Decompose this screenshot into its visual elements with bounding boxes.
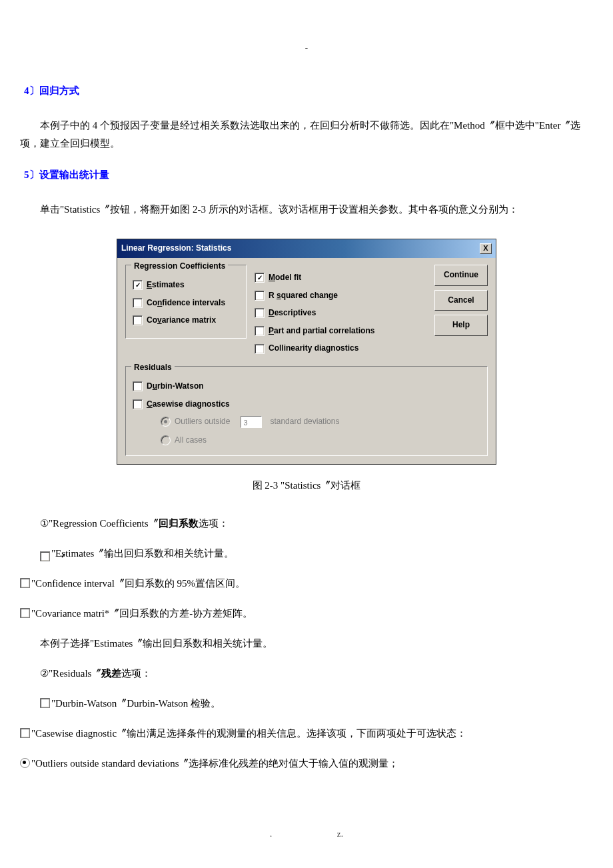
page-footer: . z.	[20, 826, 593, 841]
item1-heading: ①"Regression Coefficients〞回归系数选项：	[20, 515, 593, 533]
inline-radio-checked-icon	[20, 758, 30, 768]
outliers-radio-row: Outliers outside 3 standard deviations	[161, 415, 480, 429]
inline-checkbox-icon	[20, 728, 30, 738]
inline-checkbox-icon	[20, 608, 30, 618]
partpartial-checkbox-row[interactable]: Part and partial correlations	[255, 324, 426, 339]
confidence-checkbox-row[interactable]: Confidence intervals	[133, 296, 239, 311]
item1-confidence: "Confidence interval〞回归系数的 95%置信区间。	[20, 575, 593, 593]
item2-heading: ②"Residuals〞残差选项：	[20, 665, 593, 683]
estimates-label: stimates	[152, 280, 185, 289]
covariance-checkbox[interactable]	[133, 315, 143, 325]
continue-button[interactable]: Continue	[434, 265, 488, 286]
inline-checkbox-icon	[40, 698, 50, 708]
stddev-label: standard deviations	[270, 415, 339, 429]
item1-estimates: "Estimates〞输出回归系数和相关统计量。	[20, 545, 593, 563]
rsquared-checkbox-row[interactable]: R squared change	[255, 289, 426, 303]
residuals-group: Residuals Durbin-Watson Casewise diagnos…	[125, 366, 488, 456]
section5-paragraph: 单击"Statistics〞按钮，将翻开如图 2-3 所示的对话框。该对话框用于…	[20, 201, 593, 219]
item1-covariance: "Covariance matri*〞回归系数的方差-协方差矩阵。	[20, 605, 593, 623]
help-button[interactable]: Help	[434, 315, 488, 336]
regression-group-legend: Regression Coefficients	[131, 259, 228, 274]
durbin-checkbox[interactable]	[133, 381, 143, 391]
allcases-radio	[161, 435, 171, 445]
modelfit-checkbox-row[interactable]: Model fit	[255, 271, 426, 285]
outliers-stddev-input: 3	[241, 416, 262, 428]
covariance-checkbox-row[interactable]: Covariance matrix	[133, 313, 239, 328]
regression-coefficients-group: Regression Coefficients Estimates Confid…	[125, 265, 247, 339]
cancel-button[interactable]: Cancel	[434, 290, 488, 311]
descriptives-checkbox[interactable]	[255, 308, 265, 318]
modelfit-checkbox[interactable]	[255, 273, 265, 283]
estimates-checkbox[interactable]	[133, 280, 143, 290]
durbin-checkbox-row[interactable]: Durbin-Watson	[133, 379, 480, 394]
item2-durbin: "Durbin-Watson〞Durbin-Watson 检验。	[20, 695, 593, 713]
inline-checkbox-icon	[20, 578, 30, 588]
item2-outliers: "Outliers outside standard deviations〞选择…	[20, 755, 593, 773]
allcases-radio-row: All cases	[161, 433, 480, 448]
collinearity-checkbox-row[interactable]: Collinearity diagnostics	[255, 341, 426, 356]
rsquared-checkbox[interactable]	[255, 291, 265, 301]
close-icon[interactable]: X	[480, 243, 492, 254]
item1-summary: 本例子选择"Estimates〞输出回归系数和相关统计量。	[20, 635, 593, 653]
confidence-checkbox[interactable]	[133, 298, 143, 308]
partpartial-checkbox[interactable]	[255, 326, 265, 336]
descriptives-checkbox-row[interactable]: Descriptives	[255, 306, 426, 321]
section4-paragraph: 本例子中的 4 个预报因子变量是经过相关系数法选取出来的，在回归分析时不做筛选。…	[20, 117, 593, 153]
section4-heading: 4〕回归方式	[24, 82, 593, 100]
section5-heading: 5〕设置输出统计量	[24, 166, 593, 184]
casewise-checkbox[interactable]	[133, 399, 143, 409]
statistics-dialog: Linear Regression: Statistics X Regressi…	[117, 239, 496, 465]
collinearity-checkbox[interactable]	[255, 344, 265, 354]
estimates-checkbox-row[interactable]: Estimates	[133, 278, 239, 293]
inline-checkbox-checked-icon	[40, 551, 50, 561]
dialog-title: Linear Regression: Statistics	[121, 241, 231, 256]
outliers-radio	[161, 417, 171, 427]
residuals-legend: Residuals	[131, 361, 175, 375]
item2-casewise: "Casewise diagnostic〞输出满足选择条件的观测量的相关信息。选…	[20, 725, 593, 743]
dialog-titlebar: Linear Regression: Statistics X	[117, 239, 496, 258]
casewise-checkbox-row[interactable]: Casewise diagnostics	[133, 397, 480, 412]
figure-caption: 图 2-3 "Statistics〞对话框	[20, 477, 593, 495]
header-dash: -	[20, 40, 593, 55]
